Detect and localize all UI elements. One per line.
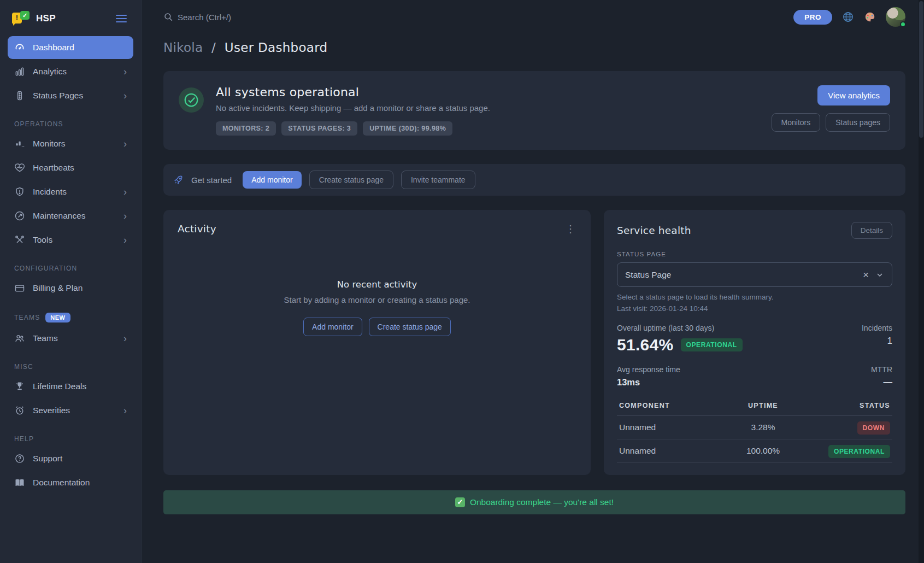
sidebar-item-severities[interactable]: Severities › — [8, 399, 133, 422]
details-button[interactable]: Details — [851, 222, 892, 239]
component-uptime: 3.28% — [721, 423, 805, 432]
sidebar-item-monitors[interactable]: Monitors › — [8, 132, 133, 155]
sidebar-item-status-pages[interactable]: Status Pages › — [8, 84, 133, 107]
status-pages-count-pill: STATUS PAGES: 3 — [281, 121, 357, 136]
sidebar-item-analytics[interactable]: Analytics › — [8, 60, 133, 83]
empty-add-monitor-button[interactable]: Add monitor — [303, 318, 362, 336]
sidebar-item-heartbeats[interactable]: Heartbeats — [8, 156, 133, 179]
component-name: Unnamed — [619, 446, 721, 456]
search-input[interactable] — [178, 13, 320, 22]
mttr-stat: MTTR — — [871, 365, 892, 388]
sidebar-toggle-icon[interactable] — [114, 13, 129, 25]
service-health-card: Service health Details STATUS PAGE Statu… — [604, 210, 905, 475]
breadcrumb: Nikola / User Dashboard — [163, 40, 905, 55]
incidents-label: Incidents — [862, 324, 892, 332]
table-row[interactable]: Unnamed 3.28% DOWN — [617, 416, 892, 439]
empty-state-title: No recent activity — [337, 279, 417, 290]
select-helper-text: Select a status page to load its health … — [617, 293, 892, 301]
kebab-menu-icon[interactable]: ⋮ — [562, 222, 579, 236]
breadcrumb-current: User Dashboard — [225, 40, 328, 55]
status-page-select[interactable]: Status Page × — [617, 262, 892, 287]
sidebar-item-lifetime-deals[interactable]: Lifetime Deals — [8, 375, 133, 398]
shield-alert-icon — [14, 186, 25, 197]
sidebar-item-billing[interactable]: Billing & Plan — [8, 277, 133, 300]
scrollbar-thumb[interactable] — [919, 1, 923, 138]
clear-selection-icon[interactable]: × — [860, 269, 872, 280]
bar-chart-icon — [14, 66, 25, 77]
table-row[interactable]: Unnamed 100.00% OPERATIONAL — [617, 439, 892, 463]
sidebar-item-incidents[interactable]: Incidents › — [8, 180, 133, 203]
status-page-field-label: STATUS PAGE — [617, 251, 892, 257]
component-name: Unnamed — [619, 423, 721, 432]
sidebar-item-dashboard[interactable]: Dashboard — [8, 36, 133, 59]
sidebar-item-label: Lifetime Deals — [33, 382, 86, 391]
status-page-select-value: Status Page — [625, 270, 671, 280]
hero-subtitle: No active incidents. Keep shipping — add… — [216, 103, 490, 113]
breadcrumb-parent[interactable]: Nikola — [163, 40, 203, 55]
component-uptime: 100.00% — [721, 446, 805, 456]
crossed-tools-icon — [14, 234, 25, 245]
sidebar-item-tools[interactable]: Tools › — [8, 228, 133, 251]
uptime-value: 51.64% — [617, 336, 674, 354]
wrench-circle-icon — [14, 210, 25, 221]
col-component: COMPONENT — [619, 402, 721, 409]
sidebar-item-support[interactable]: Support — [8, 447, 133, 470]
sidebar-item-maintenances[interactable]: Maintenances › — [8, 204, 133, 227]
get-started-label: Get started — [191, 175, 232, 185]
sidebar-item-label: Support — [33, 454, 62, 464]
sidebar-item-teams[interactable]: Teams › — [8, 327, 133, 350]
activity-card: Activity ⋮ No recent activity Start by a… — [163, 210, 591, 475]
sidebar-section-teams-label: TEAMS — [14, 314, 40, 321]
page-scrollbar[interactable] — [919, 0, 924, 563]
hero-title: All systems operational — [216, 85, 490, 99]
chevron-down-icon — [875, 271, 884, 279]
online-status-dot — [900, 21, 906, 27]
sidebar: ! ✓ HSP Dashboard Analytics › Status Pag… — [0, 0, 142, 563]
get-started-strip: Get started Add monitor Create status pa… — [163, 164, 905, 196]
sidebar-item-documentation[interactable]: Documentation — [8, 471, 133, 494]
sidebar-item-label: Billing & Plan — [33, 283, 83, 293]
chevron-right-icon: › — [123, 333, 127, 343]
mini-bars-icon — [14, 138, 25, 149]
avg-response-value: 13ms — [617, 377, 680, 388]
monitors-button[interactable]: Monitors — [772, 113, 821, 132]
help-circle-icon — [14, 453, 25, 464]
sidebar-item-label: Incidents — [33, 187, 67, 197]
heart-pulse-icon — [14, 162, 25, 173]
hero-actions: View analytics Monitors Status pages — [772, 85, 890, 136]
avg-response-stat: Avg response time 13ms — [617, 365, 680, 388]
topbar: PRO — [163, 0, 905, 25]
sidebar-item-label: Tools — [33, 235, 52, 245]
sidebar-item-label: Analytics — [33, 67, 67, 77]
incidents-value: 1 — [862, 336, 892, 347]
invite-teammate-button[interactable]: Invite teammate — [401, 171, 475, 189]
sidebar-item-label: Maintenances — [33, 211, 86, 221]
globe-icon[interactable] — [842, 11, 854, 23]
activity-title: Activity — [178, 223, 576, 234]
user-avatar[interactable] — [886, 7, 905, 27]
search-box[interactable] — [163, 12, 320, 22]
credit-card-icon — [14, 283, 25, 294]
create-status-page-button[interactable]: Create status page — [309, 171, 393, 189]
sidebar-item-label: Teams — [33, 333, 58, 343]
view-analytics-button[interactable]: View analytics — [817, 85, 890, 105]
activity-empty-state: No recent activity Start by adding a mon… — [178, 279, 576, 336]
empty-create-status-page-button[interactable]: Create status page — [369, 318, 451, 336]
status-hero-card: All systems operational No active incide… — [163, 71, 905, 150]
mttr-label: MTTR — [871, 365, 892, 374]
main-content: PRO Nikola / User Dashboard All systems … — [142, 0, 924, 563]
book-icon — [14, 477, 25, 488]
monitors-count-pill: MONITORS: 2 — [216, 121, 276, 136]
mttr-value: — — [871, 377, 892, 388]
chevron-right-icon: › — [123, 406, 127, 415]
chevron-right-icon: › — [123, 187, 127, 197]
palette-icon[interactable] — [864, 11, 876, 23]
traffic-light-icon — [14, 90, 25, 101]
last-visit-text: Last visit: 2026-01-24 10:44 — [617, 304, 892, 313]
pro-badge[interactable]: PRO — [793, 10, 832, 25]
chevron-right-icon: › — [123, 235, 127, 245]
breadcrumb-separator: / — [211, 40, 216, 55]
add-monitor-button[interactable]: Add monitor — [243, 171, 301, 189]
app-logo-icon: ! ✓ — [12, 11, 30, 26]
status-pages-button[interactable]: Status pages — [826, 113, 890, 132]
